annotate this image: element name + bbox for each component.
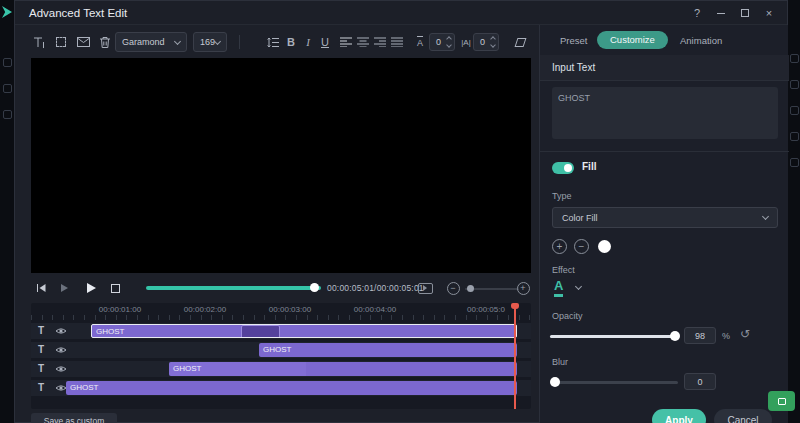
play-button[interactable]: [81, 278, 101, 298]
stepper-arrows-icon[interactable]: [491, 37, 495, 47]
opacity-slider[interactable]: [550, 335, 678, 338]
export-button-fragment[interactable]: [768, 391, 795, 411]
timeline-track-1: T GHOST: [31, 323, 531, 339]
stop-button[interactable]: [105, 278, 125, 298]
timeline-track-3: T GHOST: [31, 361, 531, 377]
fit-view-icon[interactable]: [415, 278, 435, 298]
timeline-clip[interactable]: GHOST: [169, 362, 517, 376]
add-text-icon[interactable]: [29, 32, 49, 52]
char-spacing-icon[interactable]: A: [410, 32, 430, 52]
text-effect-icon[interactable]: A: [554, 279, 563, 297]
vertical-spacing-value: 0: [480, 37, 485, 47]
seek-slider[interactable]: [146, 286, 321, 290]
divider: [540, 151, 789, 152]
clip-label: GHOST: [70, 383, 98, 392]
ruler-label: 00:00:03:00: [269, 305, 311, 314]
clip-label: GHOST: [263, 345, 291, 354]
tab-preset[interactable]: Preset: [560, 35, 587, 46]
background-app-left-strip: [0, 0, 14, 423]
underline-button[interactable]: U: [315, 32, 335, 52]
font-family-value: Garamond: [122, 37, 165, 47]
text-settings-panel: Preset Customize Animation Input Text GH…: [539, 25, 788, 423]
clip-selected-range[interactable]: [241, 325, 280, 338]
opacity-value-field[interactable]: 98: [684, 327, 716, 344]
font-family-select[interactable]: Garamond: [115, 32, 187, 52]
ruler-ticks: [31, 315, 531, 320]
playhead[interactable]: [514, 303, 516, 409]
text-box-icon[interactable]: [73, 32, 93, 52]
background-tool-icon: [3, 58, 12, 67]
apply-button[interactable]: Apply: [652, 409, 706, 423]
opacity-unit: %: [722, 331, 730, 341]
export-icon: [778, 398, 786, 405]
opacity-slider-fill: [550, 335, 674, 338]
char-spacing-value: 0: [436, 37, 441, 47]
add-color-button[interactable]: +: [552, 239, 567, 254]
minimize-icon[interactable]: [709, 1, 733, 25]
input-text-header: Input Text: [540, 55, 789, 81]
char-spacing-stepper[interactable]: 0: [429, 33, 455, 51]
reset-icon[interactable]: ↺: [740, 328, 750, 340]
remove-color-button[interactable]: −: [574, 239, 589, 254]
visibility-eye-icon[interactable]: [55, 326, 67, 336]
blur-slider[interactable]: [550, 381, 678, 384]
dialog-title: Advanced Text Edit: [29, 7, 127, 19]
opacity-slider-handle[interactable]: [670, 331, 680, 341]
timeline-clip[interactable]: GHOST: [66, 381, 517, 395]
blur-label: Blur: [552, 357, 568, 367]
blur-slider-handle[interactable]: [550, 377, 560, 387]
type-label: Type: [552, 191, 572, 201]
tab-animation[interactable]: Animation: [680, 35, 722, 46]
fill-type-select[interactable]: Color Fill: [552, 207, 778, 228]
color-swatch[interactable]: [598, 240, 611, 253]
visibility-eye-icon[interactable]: [55, 345, 67, 355]
dialog-titlebar[interactable]: Advanced Text Edit ? ×: [15, 1, 787, 25]
font-size-value: 169: [200, 37, 215, 47]
clip-label: GHOST: [96, 327, 124, 336]
maximize-icon[interactable]: [733, 1, 757, 25]
preview-canvas[interactable]: [31, 58, 531, 273]
cancel-button[interactable]: Cancel: [714, 409, 772, 423]
background-tool-icon: [790, 132, 799, 141]
line-spacing-icon[interactable]: [263, 32, 283, 52]
chevron-down-icon: [174, 37, 181, 44]
timecode: 00:00:05:01/00:00:05:01: [327, 283, 424, 293]
opacity-label: Opacity: [552, 311, 583, 321]
timeline-clip[interactable]: GHOST: [91, 324, 517, 338]
text-track-icon: T: [38, 344, 44, 355]
next-frame-icon[interactable]: [55, 278, 75, 298]
input-text-field[interactable]: GHOST: [552, 87, 778, 139]
align-justify-icon[interactable]: [387, 32, 407, 52]
fill-toggle[interactable]: [552, 162, 574, 174]
fill-type-value: Color Fill: [562, 213, 598, 223]
timeline-clip[interactable]: GHOST: [259, 343, 517, 357]
timeline-zoom-slider[interactable]: [465, 288, 519, 290]
zoom-slider-handle[interactable]: [467, 285, 474, 292]
background-tool-icon: [790, 158, 799, 167]
background-tool-icon: [3, 110, 12, 119]
font-size-select[interactable]: 169: [193, 32, 227, 52]
previous-frame-icon[interactable]: [31, 278, 51, 298]
toolbar-divider: [239, 35, 240, 49]
seek-handle[interactable]: [310, 283, 319, 292]
help-icon[interactable]: ?: [685, 1, 709, 25]
playhead-head[interactable]: [511, 303, 519, 309]
zoom-out-icon[interactable]: −: [443, 278, 463, 298]
blur-value-field[interactable]: 0: [684, 373, 716, 390]
ruler-label: 00:00:05:0: [467, 305, 505, 314]
save-as-custom-button[interactable]: Save as custom: [31, 413, 117, 423]
advanced-text-edit-dialog: Advanced Text Edit ? × Garamond 169 B I …: [14, 0, 788, 423]
tab-customize[interactable]: Customize: [597, 31, 668, 49]
vertical-spacing-stepper[interactable]: 0: [473, 33, 499, 51]
delete-icon[interactable]: [95, 32, 115, 52]
select-box-icon[interactable]: [51, 32, 71, 52]
skew-icon[interactable]: [510, 32, 530, 52]
chevron-down-icon[interactable]: [575, 283, 582, 290]
zoom-in-icon[interactable]: +: [513, 278, 533, 298]
ruler-label: 00:00:04:00: [354, 305, 396, 314]
stepper-arrows-icon[interactable]: [447, 37, 451, 47]
close-icon[interactable]: ×: [757, 1, 781, 25]
timeline: 00:00:01:00 00:00:02:00 00:00:03:00 00:0…: [31, 303, 531, 409]
visibility-eye-icon[interactable]: [55, 364, 67, 374]
fill-label: Fill: [582, 161, 596, 172]
